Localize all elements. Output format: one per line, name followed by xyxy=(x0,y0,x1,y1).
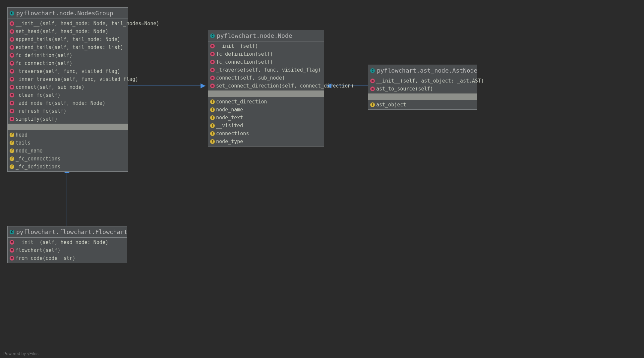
methods-section: m__init__(self, head_node: Node) mflowch… xyxy=(8,238,127,263)
method-row[interactable]: msimplify(self) xyxy=(8,115,128,123)
field-icon: f xyxy=(10,156,14,161)
method-icon: m xyxy=(210,60,215,64)
field-icon: f xyxy=(10,141,14,145)
method-row[interactable]: mflowchart(self) xyxy=(8,246,127,254)
method-row[interactable]: mset_head(self, head_node: Node) xyxy=(8,28,128,35)
method-row[interactable]: m__init__(self, head_node: Node, tail_no… xyxy=(8,20,128,28)
class-title: pyflowchart.node.Node xyxy=(217,32,292,39)
field-row[interactable]: fast_object xyxy=(368,101,477,109)
method-icon: m xyxy=(210,68,215,72)
field-icon: f xyxy=(210,107,215,112)
method-icon: m xyxy=(10,69,14,74)
method-row[interactable]: mconnect(self, sub_node) xyxy=(8,83,128,91)
method-icon: m xyxy=(10,240,14,245)
method-row[interactable]: m__init__(self, ast_object: _ast.AST) xyxy=(368,77,477,85)
field-row[interactable]: fconnect_direction xyxy=(208,98,324,106)
methods-section: m__init__(self) mfc_definition(self) mfc… xyxy=(208,41,324,90)
method-icon: m xyxy=(210,52,215,56)
class-nodesgroup[interactable]: C pyflowchart.node.NodesGroup m__init__(… xyxy=(7,7,128,172)
method-row[interactable]: mfc_definition(self) xyxy=(8,51,128,59)
field-icon: f xyxy=(210,139,215,144)
method-row[interactable]: m__init__(self) xyxy=(208,42,324,50)
method-icon: m xyxy=(10,93,14,97)
fields-section: fconnect_direction fnode_name fnode_text… xyxy=(208,97,324,146)
class-icon: C xyxy=(210,33,215,38)
footer-watermark: Powered by yFiles xyxy=(3,351,39,356)
method-icon: m xyxy=(10,256,14,261)
method-icon: m xyxy=(370,79,375,83)
class-icon: C xyxy=(10,11,14,16)
field-row[interactable]: fnode_name xyxy=(208,106,324,114)
method-row[interactable]: mast_to_source(self) xyxy=(368,85,477,93)
method-row[interactable]: m_inner_traverse(self, func, visited_fla… xyxy=(8,75,128,83)
field-icon: f xyxy=(210,115,215,120)
field-row[interactable]: fnode_type xyxy=(208,138,324,146)
method-icon: m xyxy=(10,77,14,82)
method-icon: m xyxy=(210,76,215,80)
fields-section: fhead ftails fnode_name f_fc_connections… xyxy=(8,130,128,171)
method-icon: m xyxy=(10,61,14,66)
method-icon: m xyxy=(210,44,215,48)
method-icon: m xyxy=(10,21,14,26)
class-title: pyflowchart.node.NodesGroup xyxy=(16,10,113,17)
field-row[interactable]: fhead xyxy=(8,131,128,139)
fields-section: fast_object xyxy=(368,100,477,109)
method-icon: m xyxy=(370,87,375,91)
section-divider xyxy=(8,124,128,130)
method-row[interactable]: m_clean_fc(self) xyxy=(8,91,128,99)
field-icon: f xyxy=(210,99,215,104)
method-row[interactable]: mappend_tails(self, tail_node: Node) xyxy=(8,35,128,43)
method-row[interactable]: mextend_tails(self, tail_nodes: list) xyxy=(8,43,128,51)
class-icon: C xyxy=(370,68,375,73)
method-icon: m xyxy=(10,29,14,34)
method-icon: m xyxy=(10,37,14,42)
method-row[interactable]: m_traverse(self, func, visited_flag) xyxy=(8,67,128,75)
field-icon: f xyxy=(210,131,215,136)
class-icon: C xyxy=(10,230,14,234)
class-node[interactable]: C pyflowchart.node.Node m__init__(self) … xyxy=(208,30,324,147)
diagram-canvas: C pyflowchart.node.NodesGroup m__init__(… xyxy=(0,0,644,358)
method-icon: m xyxy=(10,117,14,121)
class-astnode[interactable]: C pyflowchart.ast_node.AstNode m__init__… xyxy=(368,65,477,110)
field-icon: f xyxy=(210,123,215,128)
method-row[interactable]: mfc_connection(self) xyxy=(208,58,324,66)
field-row[interactable]: fnode_name xyxy=(8,147,128,155)
method-row[interactable]: m_refresh_fc(self) xyxy=(8,107,128,115)
field-row[interactable]: f__visited xyxy=(208,122,324,130)
method-row[interactable]: mfc_definition(self) xyxy=(208,50,324,58)
method-icon: m xyxy=(10,45,14,50)
method-icon: m xyxy=(10,248,14,253)
field-row[interactable]: fconnections xyxy=(208,130,324,138)
field-row[interactable]: f_fc_connections xyxy=(8,155,128,163)
class-title: pyflowchart.flowchart.Flowchart xyxy=(16,228,128,235)
method-row[interactable]: mfrom_code(code: str) xyxy=(8,254,127,262)
field-icon: f xyxy=(370,102,375,107)
section-divider xyxy=(208,90,324,97)
method-row[interactable]: mconnect(self, sub_node) xyxy=(208,74,324,82)
field-row[interactable]: f_fc_definitions xyxy=(8,163,128,171)
method-icon: m xyxy=(10,85,14,90)
method-row[interactable]: m_add_node_fc(self, node: Node) xyxy=(8,99,128,107)
method-icon: m xyxy=(10,101,14,105)
method-icon: m xyxy=(10,109,14,113)
method-row[interactable]: m_traverse(self, func, visited_flag) xyxy=(208,66,324,74)
method-icon: m xyxy=(10,53,14,58)
field-icon: f xyxy=(10,164,14,169)
field-row[interactable]: ftails xyxy=(8,139,128,147)
method-row[interactable]: m__init__(self, head_node: Node) xyxy=(8,238,127,246)
method-row[interactable]: mset_connect_direction(self, connect_dir… xyxy=(208,82,324,90)
methods-section: m__init__(self, ast_object: _ast.AST) ma… xyxy=(368,76,477,93)
methods-section: m__init__(self, head_node: Node, tail_no… xyxy=(8,19,128,124)
section-divider xyxy=(368,93,477,100)
method-row[interactable]: mfc_connection(self) xyxy=(8,59,128,67)
field-icon: f xyxy=(10,149,14,153)
class-title: pyflowchart.ast_node.AstNode xyxy=(377,67,477,74)
method-icon: m xyxy=(210,84,215,88)
field-row[interactable]: fnode_text xyxy=(208,114,324,122)
field-icon: f xyxy=(10,133,14,137)
class-flowchart[interactable]: C pyflowchart.flowchart.Flowchart m__ini… xyxy=(7,226,127,263)
